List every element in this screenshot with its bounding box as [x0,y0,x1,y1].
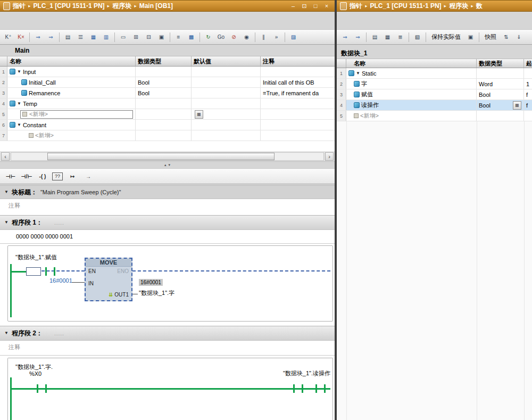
open-branch-icon[interactable]: ↦ [66,170,79,182]
start-value-cell[interactable]: f [524,100,532,110]
breadcrumb-item-main-ob1[interactable]: Main [OB1] [139,2,173,10]
start-value-cell[interactable]: f [524,89,532,100]
load-snapshot-icon[interactable]: ⇓ [513,31,525,43]
type-cell[interactable] [136,67,192,77]
table-row-add-new[interactable]: 7 <新增> [0,130,335,141]
contact-operand-label[interactable]: "数据块_1".字. [15,363,53,371]
scrollbar-track[interactable] [11,152,324,161]
breadcrumb-item-plc[interactable]: PLC_1 [CPU 1511-1 PN] [370,2,442,10]
collapse-triangle-icon[interactable]: ▼ [4,331,9,335]
comment-cell[interactable] [261,120,335,130]
expand-mode-icon[interactable]: ▧ [411,31,423,43]
default-cell[interactable] [192,98,261,109]
comment-cell[interactable] [261,109,335,119]
go-online-icon[interactable]: Go [215,31,227,43]
goto-back-icon[interactable]: ⇒ [352,31,364,43]
network1-comment-text[interactable]: 0000 0000 0000 0001 [16,233,73,240]
out-operand-label[interactable]: "数据块_1".字 [139,289,174,297]
close-branch-icon[interactable]: → [82,170,95,182]
comment-cell[interactable]: Initial call of this OB [261,77,335,87]
type-cell[interactable]: Word [477,79,524,89]
empty-box-icon[interactable]: ?? [52,172,63,180]
name-cell[interactable]: ▼ Temp [7,98,136,109]
scroll-left-button[interactable]: ‹ [1,152,10,161]
closed-contact-icon[interactable]: ⊣/⊢ [20,170,33,182]
type-cell[interactable]: Bool [477,89,524,100]
name-cell[interactable]: Remanence [7,88,136,98]
contact-bit-label[interactable]: %X0 [29,370,41,377]
goto-forward-icon[interactable]: ⇒ [339,31,351,43]
breadcrumb-item-plc[interactable]: PLC_1 [CPU 1511-1 PN] [34,2,105,10]
table-row-add-new-editing[interactable]: 5 <新增> ▦ [0,109,335,120]
name-cell[interactable]: <新增> [346,111,477,121]
collapse-triangle-icon[interactable]: ▼ [4,190,9,194]
add-row-icon[interactable]: ▦ [381,31,394,43]
pane-splitter-handle[interactable]: ▴ ▾ [0,162,335,168]
collapse-triangle-icon[interactable]: ▼ [17,70,21,74]
insert-row-icon[interactable]: K⁺ [2,31,14,43]
table-row-input[interactable]: 1 ▼ Input [0,67,335,77]
type-cell[interactable] [136,120,192,130]
network1-ladder-canvas[interactable]: "数据块_1".赋值 MOVE EN ENO IN ⇊ OUT1 [7,245,333,322]
start-value-cell[interactable] [524,68,532,78]
favorites-icon[interactable]: ▣ [155,31,168,43]
right-titlebar[interactable]: 指针 ▸ PLC_1 [CPU 1511-1 PN] ▸ 程序块 ▸ 数 [337,0,532,12]
comment-cell[interactable] [261,98,335,109]
name-cell[interactable]: <新增> [7,130,136,141]
collapse-triangle-icon[interactable]: ▼ [17,102,21,106]
in-operand-value[interactable]: 16#0001 [49,277,72,284]
type-picker-button[interactable]: ▦ [513,101,521,110]
goto-forward-icon[interactable]: ⇒ [32,31,44,43]
scroll-right-button[interactable]: › [325,152,334,161]
open-contact-element[interactable] [293,384,303,393]
block-title-value[interactable]: "Main Program Sweep (Cycle)" [40,189,121,195]
breadcrumb-item-datablock[interactable]: 数 [476,2,483,11]
name-cell[interactable]: Initial_Call [7,77,136,87]
collapse-triangle-icon[interactable]: ▼ [356,71,360,76]
table-row-static[interactable]: 1 ▼ Static [337,68,532,79]
refresh-icon[interactable]: ↻ [202,31,214,43]
stop-monitor-icon[interactable]: ⊘ [228,31,240,43]
network2-ladder-canvas[interactable]: "数据块_1".字. %X0 "数据块_1".读操作 [7,358,333,420]
default-cell[interactable] [192,88,261,98]
network1-header[interactable]: ▼ 程序段 1： ..... [0,215,335,230]
comment-cell[interactable] [261,67,335,77]
collapse-all-icon[interactable]: ⊟ [143,31,155,43]
type-cell[interactable]: Bool ▦ [477,100,524,110]
network-list-icon[interactable]: ☰ [74,31,87,43]
delete-row-icon[interactable]: K× [15,31,27,43]
reset-values-icon[interactable]: ≣ [394,31,406,43]
table-row-constant[interactable]: 6 ▼ Constant [0,120,335,130]
breadcrumb-item-pointer[interactable]: 指针 [13,2,26,11]
table-row-initial-call[interactable]: 2 Initial_Call Bool Initial call of this… [0,77,335,88]
collapse-triangle-icon[interactable]: ▼ [4,220,9,225]
coil-icon[interactable]: -( ) [36,170,49,182]
open-contact-element[interactable] [37,384,47,393]
type-cell[interactable] [136,130,192,141]
name-cell[interactable]: ▼ Static [346,68,477,78]
table-row-remanence[interactable]: 3 Remanence Bool =True, if remanent da [0,88,335,98]
table-row-add-new[interactable]: 5 <新增> [337,111,532,121]
expand-all-icon[interactable]: ⊞ [130,31,142,43]
name-edit-field[interactable]: <新增> [20,110,133,119]
monitor-values-icon[interactable]: ◉ [240,31,253,43]
copy-snapshot-icon[interactable]: ⇅ [500,31,512,43]
horizontal-scrollbar[interactable]: ‹ › [0,151,335,162]
open-contact-icon[interactable]: ⊣⊢ [4,170,17,182]
goto-back-icon[interactable]: ⇒ [45,31,57,43]
breadcrumb-item-program-blocks[interactable]: 程序块 [449,2,468,11]
table-row-word-var[interactable]: 2 字 Word 1 [337,79,532,89]
scrollbar-thumb[interactable] [47,153,275,160]
default-cell[interactable] [192,67,261,77]
default-cell[interactable] [192,77,261,87]
type-cell[interactable] [136,109,192,119]
coil-operand-label[interactable]: "数据块_1".读操作 [231,369,330,377]
move-instruction-block[interactable]: MOVE EN ENO IN ⇊ OUT1 [85,258,132,301]
contact-operand-label[interactable]: "数据块_1".赋值 [15,253,57,261]
network2-header[interactable]: ▼ 程序段 2： ..... [0,326,335,341]
type-cell[interactable] [477,111,524,121]
type-picker-button[interactable]: ▦ [195,110,203,119]
table-row-temp[interactable]: 4 ▼ Temp [0,98,335,109]
breadcrumb-item-program-blocks[interactable]: 程序块 [112,2,131,11]
comment-toggle-icon[interactable]: ▭ [117,31,129,43]
